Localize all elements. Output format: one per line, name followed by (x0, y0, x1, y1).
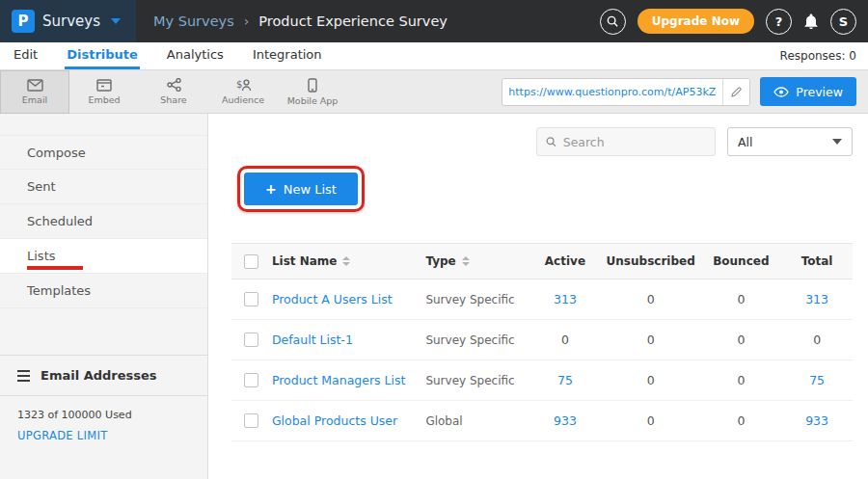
sidebar-item-sent[interactable]: Sent (0, 170, 207, 204)
tool-email-label: Email (22, 94, 47, 105)
table-row: Default List-1 Survey Specific 0 0 0 0 (231, 320, 853, 360)
responses-count: Responses: 0 (780, 42, 856, 69)
tool-mobile-app[interactable]: Mobile App (278, 70, 347, 114)
list-name-link[interactable]: Default List-1 (272, 333, 426, 347)
tab-edit[interactable]: Edit (12, 42, 40, 69)
product-name: Surveys (42, 13, 100, 30)
svg-text:$: $ (236, 79, 242, 90)
select-all-checkbox[interactable] (244, 254, 258, 269)
preview-button[interactable]: Preview (760, 77, 856, 106)
tool-share-label: Share (160, 94, 186, 105)
list-controls: All (536, 127, 853, 156)
section-nav: Edit Distribute Analytics Integration Re… (0, 42, 868, 70)
active-count[interactable]: 933 (529, 413, 601, 428)
sidebar-item-sent-label: Sent (27, 179, 56, 194)
preview-label: Preview (796, 85, 843, 99)
share-icon (167, 78, 181, 92)
upgrade-limit-link[interactable]: UPGRADE LIMIT (0, 424, 207, 447)
header-type-label: Type (425, 254, 455, 268)
sidebar-item-lists-label: Lists (27, 249, 56, 263)
embed-icon (96, 79, 112, 92)
tool-email[interactable]: Email (0, 70, 69, 114)
toolbar-right: Preview (502, 77, 856, 106)
table-header-row: List Name Type Active Unsubscribed Bounc… (231, 243, 853, 279)
avatar[interactable]: S (830, 9, 856, 35)
row-checkbox[interactable] (244, 333, 258, 347)
table-row: Product A Users List Survey Specific 313… (231, 279, 853, 320)
email-icon (27, 79, 43, 92)
unsubscribed-count: 0 (601, 413, 701, 428)
search-icon[interactable] (600, 9, 626, 35)
survey-url-input[interactable] (502, 86, 722, 98)
new-list-button[interactable]: + New List (244, 173, 358, 205)
row-checkbox[interactable] (244, 292, 258, 306)
help-icon[interactable]: ? (766, 9, 792, 35)
list-search-input[interactable] (563, 135, 706, 149)
active-count[interactable]: 75 (529, 373, 601, 387)
tab-integration[interactable]: Integration (251, 42, 324, 69)
chevron-down-icon (111, 18, 121, 24)
tool-embed[interactable]: Embed (69, 70, 139, 114)
breadcrumb-my-surveys[interactable]: My Surveys (153, 13, 234, 29)
email-addresses-header: Email Addresses (0, 356, 207, 396)
topbar-actions: Upgrade Now ? S (600, 9, 856, 35)
list-type: Survey Specific (425, 333, 529, 347)
sidebar-item-scheduled[interactable]: Scheduled (0, 204, 207, 239)
table-row: Global Products User Global 933 0 0 933 (231, 401, 853, 441)
total-count[interactable]: 933 (781, 413, 853, 428)
list-type: Global (425, 414, 529, 428)
list-name-link[interactable]: Product A Users List (272, 292, 426, 306)
list-search-box (536, 127, 716, 156)
tool-share[interactable]: Share (139, 70, 208, 114)
total-count: 0 (781, 333, 853, 347)
row-checkbox[interactable] (244, 373, 258, 387)
email-sidebar: Compose Sent Scheduled Lists Templates E… (0, 114, 208, 479)
list-type-filter[interactable]: All (727, 127, 853, 156)
list-type: Survey Specific (425, 374, 529, 387)
total-count[interactable]: 313 (781, 292, 853, 306)
tool-mobile-app-label: Mobile App (287, 95, 339, 106)
mobile-app-icon (308, 78, 317, 93)
bounced-count: 0 (700, 333, 781, 347)
plus-icon: + (265, 181, 277, 197)
notifications-bell-icon[interactable] (803, 13, 819, 30)
sort-icon[interactable] (462, 256, 470, 266)
sidebar-item-compose[interactable]: Compose (0, 135, 207, 170)
chevron-down-icon (832, 139, 842, 145)
distribute-toolbar: Email Embed Share $ Audience Mobile App … (0, 70, 868, 114)
total-count[interactable]: 75 (781, 373, 853, 387)
list-name-link[interactable]: Product Managers List (272, 373, 426, 387)
bounced-count: 0 (700, 373, 781, 387)
header-active: Active (529, 254, 601, 268)
header-type[interactable]: Type (425, 254, 529, 268)
email-usage-status: 1323 of 100000 Used (0, 396, 207, 424)
tool-audience[interactable]: $ Audience (208, 70, 278, 114)
lists-table: List Name Type Active Unsubscribed Bounc… (231, 243, 853, 441)
table-row: Product Managers List Survey Specific 75… (231, 360, 853, 401)
edit-url-pencil-icon[interactable] (722, 79, 749, 105)
unsubscribed-count: 0 (601, 292, 701, 306)
lists-panel: All + New List List Name Type (208, 114, 868, 479)
annotation-red-underline (27, 266, 83, 270)
active-count[interactable]: 313 (529, 292, 601, 306)
list-name-link[interactable]: Global Products User (272, 413, 426, 428)
sort-icon[interactable] (342, 256, 350, 266)
bounced-count: 0 (700, 413, 781, 428)
survey-url-box (502, 78, 750, 106)
row-checkbox[interactable] (244, 413, 258, 428)
new-list-label: New List (284, 182, 337, 197)
header-total: Total (781, 254, 853, 268)
tab-distribute[interactable]: Distribute (65, 42, 140, 69)
list-icon (17, 370, 30, 382)
filter-selected-value: All (738, 135, 753, 149)
upgrade-now-button[interactable]: Upgrade Now (637, 9, 754, 34)
unsubscribed-count: 0 (601, 373, 701, 387)
sidebar-item-templates[interactable]: Templates (0, 274, 207, 308)
tab-analytics[interactable]: Analytics (165, 42, 226, 69)
sidebar-item-lists[interactable]: Lists (0, 239, 207, 274)
header-list-name[interactable]: List Name (272, 254, 426, 268)
email-addresses-block: Email Addresses 1323 of 100000 Used UPGR… (0, 355, 207, 447)
questionpro-logo: P (12, 10, 35, 33)
header-unsubscribed: Unsubscribed (601, 254, 701, 268)
product-switcher[interactable]: P Surveys (0, 0, 136, 42)
